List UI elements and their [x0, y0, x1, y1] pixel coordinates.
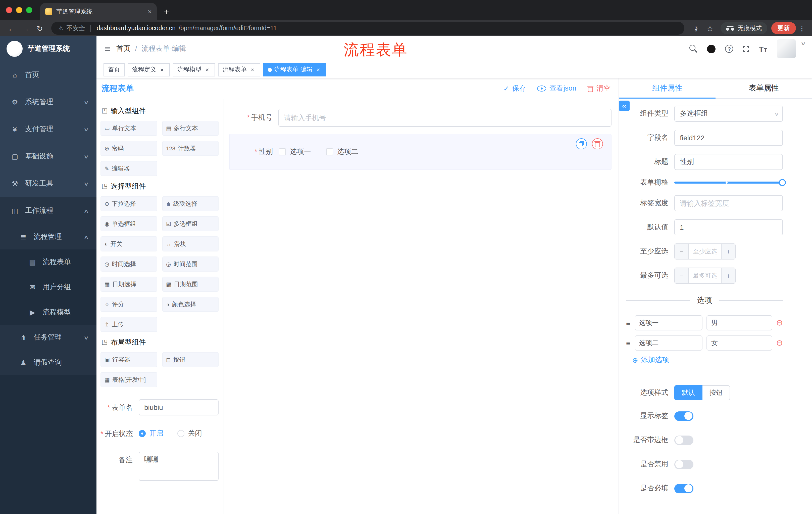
phone-input[interactable] [279, 109, 611, 127]
breadcrumb-home[interactable]: 首页 [116, 44, 130, 53]
bookmark-star-icon[interactable]: ☆ [703, 24, 717, 32]
fullscreen-icon[interactable] [743, 46, 749, 52]
palette-item[interactable]: ◻ 按钮 [162, 352, 219, 367]
add-option-button[interactable]: ⊕ 添加选项 [632, 356, 783, 364]
option-label-input[interactable] [635, 335, 703, 351]
clear-button[interactable]: 清空 [587, 84, 610, 93]
palette-item[interactable]: ◑ 颜色选择 [162, 297, 219, 312]
palette-item[interactable]: ▦ 表格[开发中] [100, 372, 157, 387]
stepper-placeholder[interactable]: 至少应选 [689, 244, 721, 259]
tag-process-model[interactable]: 流程模型 × [173, 63, 215, 76]
sidebar-item-workflow[interactable]: ◫ 工作流程 ∧ [0, 197, 96, 224]
drag-handle-icon[interactable]: ≡ [626, 339, 631, 347]
app-logo[interactable]: 芋道管理系统 [0, 36, 96, 61]
drag-handle-icon[interactable]: ≡ [626, 319, 631, 327]
close-window-button[interactable] [6, 7, 12, 13]
forward-button[interactable]: → [19, 24, 32, 32]
show-label-toggle[interactable] [674, 411, 693, 421]
sidebar-item-task-management[interactable]: ⋔ 任务管理 ∨ [0, 325, 96, 350]
border-toggle[interactable] [674, 435, 693, 445]
palette-item[interactable]: 123 计数器 [162, 141, 219, 156]
sidebar-item-system-management[interactable]: ⚙ 系统管理 ∨ [0, 88, 96, 116]
decrease-button[interactable]: − [675, 244, 689, 259]
option-value-input[interactable] [707, 335, 772, 351]
form-canvas[interactable]: *手机号 *性别 [224, 99, 618, 514]
increase-button[interactable]: + [721, 268, 735, 283]
grid-slider[interactable] [674, 179, 783, 186]
status-off-radio[interactable]: 关闭 [177, 429, 202, 438]
browser-tab[interactable]: 芋道管理系统 × [40, 3, 157, 20]
gender-field-selected[interactable]: *性别 选项一 选项二 [229, 134, 611, 170]
decrease-button[interactable]: − [675, 268, 689, 283]
palette-item[interactable]: ◉ 单选框组 [100, 216, 157, 231]
tag-process-definition[interactable]: 流程定义 × [127, 63, 170, 76]
palette-item[interactable]: ▩ 日期范围 [162, 277, 219, 292]
gender-option1-checkbox[interactable]: 选项一 [279, 147, 311, 156]
sidebar-item-infrastructure[interactable]: ▢ 基础设施 ∨ [0, 143, 96, 170]
palette-item[interactable]: ↔ 滑块 [162, 236, 219, 251]
update-button[interactable]: 更新 [771, 22, 796, 34]
avatar[interactable] [777, 39, 796, 58]
password-key-icon[interactable]: ⚷ [689, 25, 702, 31]
component-type-select[interactable]: 多选框组 ∨ [674, 106, 783, 122]
gender-option2-checkbox[interactable]: 选项二 [326, 147, 358, 156]
sidebar-item-process-management[interactable]: ≣ 流程管理 ∧ [0, 224, 96, 249]
palette-item[interactable]: ▭ 单行文本 [100, 121, 157, 136]
tag-process-form[interactable]: 流程表单 × [218, 63, 260, 76]
palette-item[interactable]: ▤ 多行文本 [162, 121, 219, 136]
tag-close-icon[interactable]: × [159, 66, 165, 73]
status-on-radio[interactable]: 开启 [139, 429, 163, 438]
browser-menu-icon[interactable]: ⋮ [797, 25, 807, 32]
remark-textarea[interactable]: 嘿嘿 [139, 452, 219, 481]
sidebar-item-payment-management[interactable]: ¥ 支付管理 ∨ [0, 116, 96, 143]
palette-item[interactable]: ◶ 时间范围 [162, 256, 219, 272]
style-button-button[interactable]: 按钮 [702, 385, 730, 400]
tag-close-icon[interactable]: × [249, 66, 256, 73]
remove-option-icon[interactable]: ⊖ [776, 339, 783, 347]
palette-item[interactable]: ☆ 评分 [100, 297, 157, 312]
tag-close-icon[interactable]: × [315, 66, 322, 73]
required-toggle[interactable] [674, 484, 693, 493]
disabled-toggle[interactable] [674, 459, 693, 469]
palette-item[interactable]: ⊛ 密码 [100, 141, 157, 156]
style-default-button[interactable]: 默认 [674, 385, 702, 400]
form-name-input[interactable] [139, 399, 219, 415]
palette-item[interactable]: ☑ 多选框组 [162, 216, 219, 231]
option-label-input[interactable] [635, 315, 703, 330]
delete-component-button[interactable] [592, 138, 603, 150]
github-icon[interactable] [707, 45, 716, 53]
title-input[interactable] [674, 154, 783, 170]
search-icon[interactable] [690, 45, 698, 53]
view-json-button[interactable]: 查看json [538, 84, 576, 93]
sidebar-item-user-group[interactable]: ✉ 用户分组 [0, 275, 96, 300]
palette-item[interactable]: ◐ 开关 [100, 236, 157, 251]
slider-handle[interactable] [779, 179, 786, 186]
tag-home[interactable]: 首页 [104, 63, 125, 76]
save-button[interactable]: ✓ 保存 [503, 84, 526, 93]
tag-process-form-edit[interactable]: 流程表单-编辑 × [263, 63, 326, 76]
sidebar-item-process-form[interactable]: ▤ 流程表单 [0, 249, 96, 275]
palette-item[interactable]: ▣ 行容器 [100, 352, 157, 367]
menu-fold-icon[interactable]: ≡ [98, 43, 116, 55]
tab-form-props[interactable]: 表单属性 [716, 78, 812, 98]
address-bar[interactable]: ⚠ 不安全 dashboard.yudao.iocoder.cn/bpm/man… [51, 22, 685, 35]
label-width-input[interactable] [674, 195, 783, 211]
stepper-placeholder[interactable]: 最多可选 [689, 268, 721, 283]
sidebar-item-process-model[interactable]: ▶ 流程模型 [0, 300, 96, 325]
palette-item[interactable]: ✎ 编辑器 [100, 161, 157, 176]
tab-close-icon[interactable]: × [148, 8, 152, 15]
security-label[interactable]: 不安全 [66, 24, 85, 32]
copy-component-button[interactable] [576, 138, 587, 150]
sidebar-item-home[interactable]: ⌂ 首页 [0, 61, 96, 88]
sidebar-item-leave-query[interactable]: ♟ 请假查询 [0, 350, 96, 375]
back-button[interactable]: ← [5, 24, 18, 32]
avatar-caret-icon[interactable]: ∨ [801, 41, 806, 46]
minimize-window-button[interactable] [16, 7, 22, 13]
tag-close-icon[interactable]: × [204, 66, 210, 73]
palette-item[interactable]: ⊙ 下拉选择 [100, 196, 157, 211]
font-size-icon[interactable]: TT [759, 45, 767, 53]
increase-button[interactable]: + [721, 244, 735, 259]
maximize-window-button[interactable] [26, 7, 32, 13]
field-name-input[interactable] [674, 130, 783, 146]
palette-item[interactable]: ↥ 上传 [100, 317, 157, 332]
